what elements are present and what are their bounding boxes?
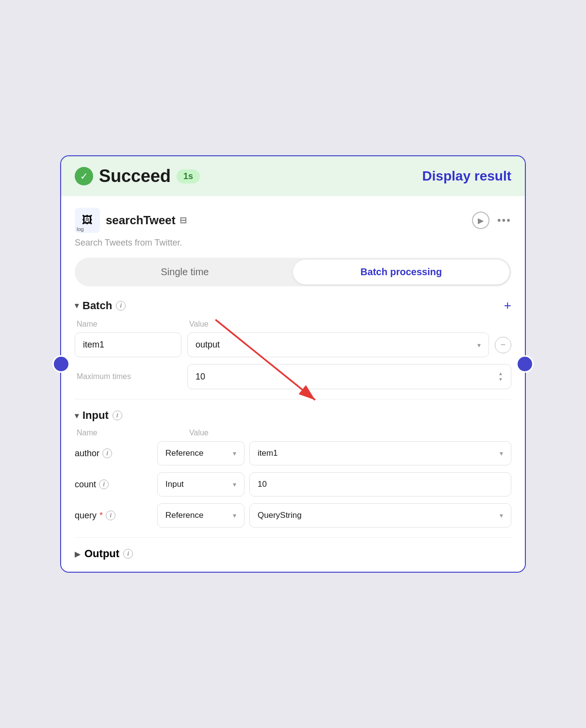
card-body: 🖼 log searchTweet ⊟ ▶ ••• Search Tweets …	[61, 196, 525, 572]
input-col-headers: Name Value	[75, 429, 511, 437]
connector-right[interactable]	[516, 355, 534, 373]
output-info-icon: i	[123, 549, 133, 559]
batch-field-row: output ▾ −	[75, 332, 511, 357]
batch-value-chevron: ▾	[477, 341, 481, 349]
tabs-container: Single time Batch processing	[75, 258, 511, 286]
input-author-value-select[interactable]: item1 ▾	[249, 441, 511, 465]
max-times-input[interactable]: 10 ▲ ▼	[187, 364, 511, 389]
output-title: Output	[84, 547, 119, 560]
input-section: ▾ Input i Name Value author i Reference …	[75, 409, 511, 528]
query-value-chevron: ▾	[500, 512, 503, 519]
batch-value-col-label: Value	[187, 320, 511, 329]
count-type-chevron: ▾	[233, 480, 236, 488]
node-description: Search Tweets from Twitter.	[75, 238, 511, 248]
input-query-value-select[interactable]: QueryString ▾	[249, 503, 511, 528]
divider-1	[75, 399, 511, 399]
input-count-row: count i Input ▾ 10	[75, 472, 511, 496]
divider-2	[75, 537, 511, 538]
time-badge: 1s	[177, 169, 200, 183]
query-info-icon: i	[106, 511, 115, 520]
count-info-icon: i	[99, 480, 109, 489]
more-button[interactable]: •••	[497, 214, 511, 227]
batch-name-input[interactable]	[75, 332, 181, 357]
connector-left[interactable]	[52, 355, 70, 373]
output-section: ▶ Output i	[75, 547, 511, 560]
input-value-col-label: Value	[187, 429, 511, 437]
input-count-name: count i	[75, 480, 152, 490]
node-actions: ▶ •••	[472, 212, 511, 229]
input-author-row: author i Reference ▾ item1 ▾	[75, 441, 511, 465]
input-query-name: query * i	[75, 511, 152, 521]
input-query-type-select[interactable]: Reference ▾	[157, 503, 244, 528]
node-icon-emoji: 🖼	[82, 214, 93, 227]
card-header: ✓ Succeed 1s Display result	[61, 156, 525, 196]
stepper-down[interactable]: ▼	[498, 377, 503, 382]
input-author-type-select[interactable]: Reference ▾	[157, 441, 244, 465]
max-times-row: Maximum times 10 ▲ ▼	[75, 364, 511, 389]
batch-info-icon: i	[116, 301, 126, 311]
batch-col-headers: Name Value	[75, 320, 511, 329]
succeed-text: Succeed	[99, 166, 171, 186]
save-icon: ⊟	[179, 215, 187, 226]
input-count-value-select[interactable]: 10	[249, 472, 511, 496]
query-type-chevron: ▾	[233, 512, 236, 519]
input-count-type-select[interactable]: Input ▾	[157, 472, 244, 496]
max-times-label: Maximum times	[75, 372, 181, 381]
batch-section: ▾ Batch i + Name Value output ▾ − Maxim	[75, 298, 511, 389]
node-row: 🖼 log searchTweet ⊟ ▶ •••	[75, 208, 511, 233]
batch-add-button[interactable]: +	[504, 298, 511, 313]
query-required-star: *	[99, 511, 103, 521]
stepper-up[interactable]: ▲	[498, 371, 503, 376]
input-author-name: author i	[75, 448, 152, 459]
batch-value-select[interactable]: output ▾	[187, 332, 489, 357]
input-section-header: ▾ Input i	[75, 409, 511, 422]
batch-section-title: ▾ Batch i	[75, 299, 126, 312]
tab-single-time[interactable]: Single time	[77, 260, 293, 284]
node-icon: 🖼 log	[75, 208, 100, 233]
input-info-icon: i	[113, 411, 122, 420]
input-name-col-label: Name	[75, 429, 181, 437]
header-left: ✓ Succeed 1s	[75, 166, 200, 186]
author-info-icon: i	[102, 448, 112, 458]
node-icon-label: log	[77, 226, 84, 232]
batch-section-header: ▾ Batch i +	[75, 298, 511, 313]
play-button[interactable]: ▶	[472, 212, 489, 229]
node-name: searchTweet ⊟	[106, 214, 187, 227]
tab-batch-processing[interactable]: Batch processing	[293, 260, 509, 284]
max-times-stepper[interactable]: ▲ ▼	[498, 371, 503, 382]
input-section-title: ▾ Input i	[75, 409, 122, 422]
author-value-chevron: ▾	[500, 449, 503, 457]
node-left: 🖼 log searchTweet ⊟	[75, 208, 187, 233]
input-chevron: ▾	[75, 411, 79, 420]
output-chevron: ▶	[75, 549, 81, 559]
input-query-row: query * i Reference ▾ QueryString ▾	[75, 503, 511, 528]
batch-name-col-label: Name	[75, 320, 181, 329]
success-icon: ✓	[75, 167, 93, 185]
batch-remove-button[interactable]: −	[495, 337, 511, 353]
display-result-button[interactable]: Display result	[422, 168, 511, 184]
batch-chevron: ▾	[75, 301, 79, 310]
main-card: ✓ Succeed 1s Display result 🖼 log search…	[60, 155, 526, 573]
author-type-chevron: ▾	[233, 449, 236, 457]
